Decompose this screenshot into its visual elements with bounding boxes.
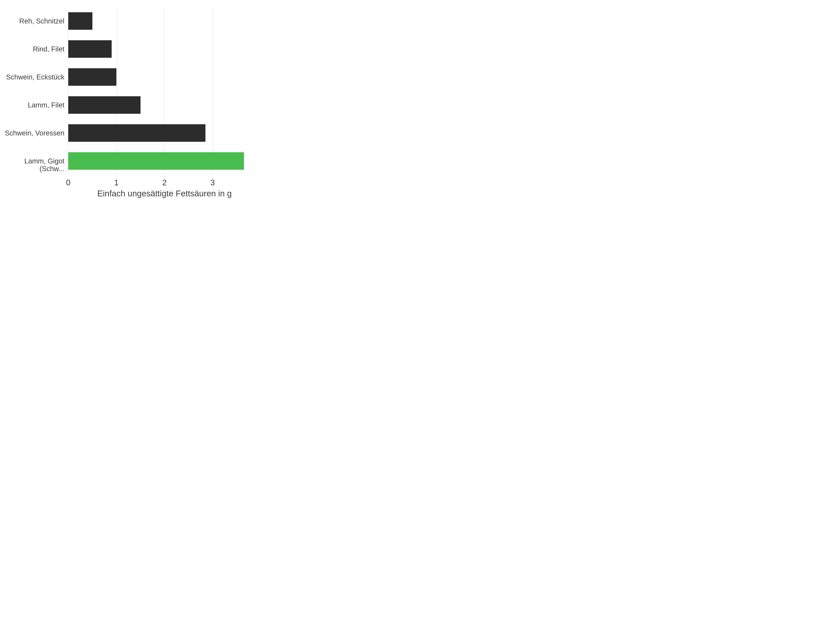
gridline	[212, 7, 213, 175]
gridline	[116, 7, 117, 175]
plot-area	[68, 7, 261, 175]
x-axis-label: Einfach ungesättigte Fettsäuren in g	[68, 189, 261, 198]
y-tick-label: Lamm, Filet	[0, 101, 68, 109]
x-tick-label: 2	[162, 178, 167, 187]
bar	[68, 12, 92, 30]
bar-chart: Einfach ungesättigte Fettsäuren in g Reh…	[0, 0, 269, 202]
bar	[68, 40, 112, 58]
y-tick-label: Rind, Filet	[0, 45, 68, 53]
y-tick-label: Reh, Schnitzel	[0, 17, 68, 25]
x-tick-label: 0	[66, 178, 71, 187]
y-tick-label: Lamm, Gigot (Schw...	[0, 157, 68, 172]
gridline	[68, 7, 68, 175]
bar-highlight	[68, 152, 244, 170]
bar	[68, 124, 205, 142]
y-tick-label: Schwein, Voressen	[0, 129, 68, 137]
bar	[68, 96, 141, 114]
x-tick-label: 3	[210, 178, 215, 187]
y-tick-label: Schwein, Eckstück	[0, 73, 68, 81]
gridline	[164, 7, 165, 175]
bar	[68, 68, 116, 86]
x-tick-label: 1	[114, 178, 118, 187]
